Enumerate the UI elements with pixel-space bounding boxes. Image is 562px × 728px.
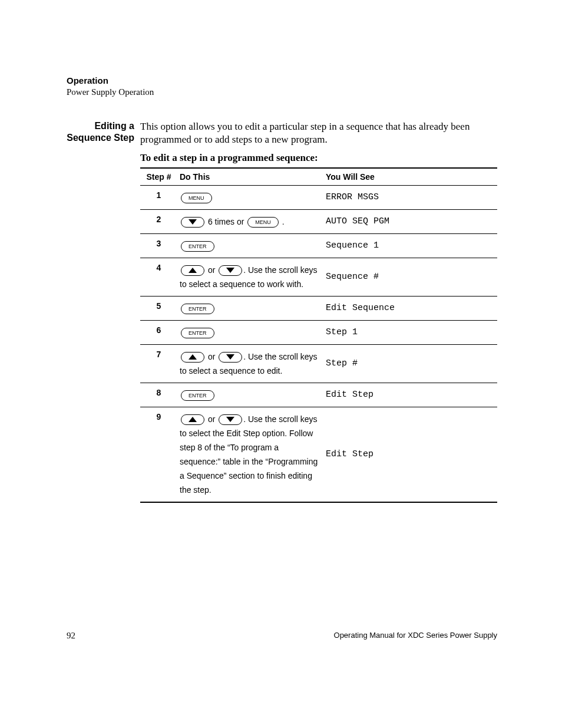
table-row: 8 ENTER Edit Step xyxy=(140,383,497,407)
enter-button-icon: ENTER xyxy=(181,390,214,401)
table-row: 9 or . Use the scroll keys to select the… xyxy=(140,407,497,502)
th-do: Do This xyxy=(177,168,323,186)
step-number: 5 xyxy=(140,296,177,320)
body-block: Editing a Sequence Step This option allo… xyxy=(67,120,497,503)
step-number: 3 xyxy=(140,233,177,258)
svg-marker-5 xyxy=(189,417,197,422)
table-row: 3 ENTER Sequence 1 xyxy=(140,233,497,258)
intro-paragraph: This option allows you to edit a particu… xyxy=(140,120,497,146)
table-row: 7 or . Use the scroll keys to select a s… xyxy=(140,344,497,383)
up-arrow-icon xyxy=(181,352,204,363)
step-number: 6 xyxy=(140,320,177,344)
do-line: or . Use the scroll keys to select the E… xyxy=(180,412,321,497)
up-arrow-icon xyxy=(181,265,204,276)
step-number: 4 xyxy=(140,258,177,296)
do-line: MENU xyxy=(180,190,321,205)
do-line: or . Use the scroll keys to select a seq… xyxy=(180,350,321,378)
table-row: 5 ENTER Edit Sequence xyxy=(140,296,497,320)
enter-button-icon: ENTER xyxy=(181,328,214,338)
page-number: 92 xyxy=(67,631,75,641)
do-line: ENTER xyxy=(180,239,321,253)
down-arrow-icon xyxy=(219,414,242,425)
do-line: 6 times or MENU . xyxy=(180,215,321,229)
table-row: 6 ENTER Step 1 xyxy=(140,320,497,344)
see-cell: Edit Step xyxy=(323,383,497,407)
see-cell: Edit Sequence xyxy=(323,296,497,320)
footer-doc-title: Operating Manual for XDC Series Power Su… xyxy=(334,631,497,641)
header-title: Operation xyxy=(67,75,497,87)
do-cell: ENTER xyxy=(177,296,323,320)
do-cell: MENU xyxy=(177,185,323,209)
enter-button-icon: ENTER xyxy=(181,241,214,252)
see-cell: Edit Step xyxy=(323,407,497,502)
step-number: 2 xyxy=(140,209,177,233)
see-cell: ERROR MSGS xyxy=(323,185,497,209)
svg-marker-0 xyxy=(189,219,197,225)
do-cell: ENTER xyxy=(177,383,323,407)
page-header: Operation Power Supply Operation xyxy=(67,75,497,98)
table-header-row: Step # Do This You Will See xyxy=(140,168,497,186)
do-cell: or . Use the scroll keys to select a seq… xyxy=(177,258,323,296)
do-text: . xyxy=(280,217,285,226)
menu-button-icon: MENU xyxy=(247,217,279,228)
table-row: 2 6 times or MENU . AUTO SEQ PGM xyxy=(140,209,497,233)
page: Operation Power Supply Operation Editing… xyxy=(0,0,562,728)
see-cell: Step 1 xyxy=(323,320,497,344)
do-cell: ENTER xyxy=(177,233,323,258)
do-line: ENTER xyxy=(180,301,321,315)
see-cell: AUTO SEQ PGM xyxy=(323,209,497,233)
svg-marker-2 xyxy=(226,268,234,273)
svg-marker-6 xyxy=(226,417,234,422)
header-subtitle: Power Supply Operation xyxy=(67,87,497,98)
do-text: . Use the scroll keys to select the Edit… xyxy=(180,414,318,495)
table-row: 4 or . Use the scroll keys to select a s… xyxy=(140,258,497,296)
th-step: Step # xyxy=(140,168,177,186)
step-number: 8 xyxy=(140,383,177,407)
down-arrow-icon xyxy=(181,217,204,228)
table-row: 1 MENU ERROR MSGS xyxy=(140,185,497,209)
menu-button-icon: MENU xyxy=(181,193,212,203)
do-text: or xyxy=(206,265,217,275)
do-cell: or . Use the scroll keys to select a seq… xyxy=(177,344,323,383)
sub-heading: To edit a step in a programmed sequence: xyxy=(140,152,497,164)
section-side-label: Editing a Sequence Step xyxy=(67,120,140,144)
do-cell: 6 times or MENU . xyxy=(177,209,323,233)
svg-marker-3 xyxy=(189,354,197,360)
svg-marker-1 xyxy=(189,268,197,273)
do-line: or . Use the scroll keys to select a seq… xyxy=(180,263,321,291)
svg-marker-4 xyxy=(226,354,234,360)
down-arrow-icon xyxy=(219,352,242,363)
do-cell: ENTER xyxy=(177,320,323,344)
step-number: 7 xyxy=(140,344,177,383)
th-see: You Will See xyxy=(323,168,497,186)
do-text: or xyxy=(206,352,217,361)
do-line: ENTER xyxy=(180,325,321,340)
main-column: This option allows you to edit a particu… xyxy=(140,120,497,503)
see-cell: Step # xyxy=(323,344,497,383)
up-arrow-icon xyxy=(181,414,204,425)
do-line: ENTER xyxy=(180,388,321,402)
see-cell: Sequence 1 xyxy=(323,233,497,258)
do-cell: or . Use the scroll keys to select the E… xyxy=(177,407,323,502)
do-text: 6 times or xyxy=(206,217,246,226)
step-number: 1 xyxy=(140,185,177,209)
see-cell: Sequence # xyxy=(323,258,497,296)
do-text: or xyxy=(206,414,217,424)
step-number: 9 xyxy=(140,407,177,502)
down-arrow-icon xyxy=(219,265,242,276)
enter-button-icon: ENTER xyxy=(181,304,214,314)
page-footer: 92 Operating Manual for XDC Series Power… xyxy=(67,631,497,641)
steps-table: Step # Do This You Will See 1 MENU xyxy=(140,167,497,503)
